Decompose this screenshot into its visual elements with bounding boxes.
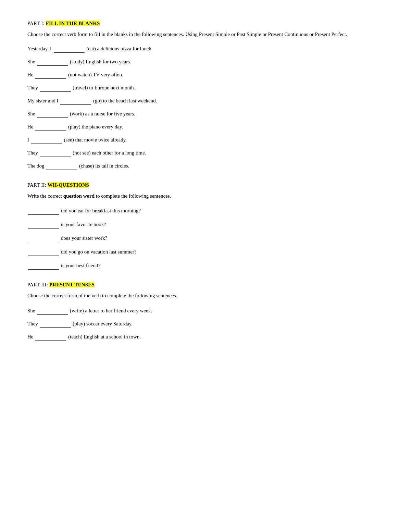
- list-item: does your sister work?: [27, 234, 384, 242]
- part2-instructions-post: to complete the following sentences.: [95, 193, 171, 199]
- part3-heading-prefix: PART III:: [27, 282, 49, 287]
- list-item: They (travel) to Europe next month.: [27, 84, 384, 92]
- list-item: He (teach) English at a school in town.: [27, 333, 384, 341]
- part2-instructions: Write the correct question word to compl…: [27, 192, 384, 200]
- list-item: My sister and I (go) to the beach last w…: [27, 97, 384, 105]
- part1-sentence-list: Yesterday, I (eat) a delicious pizza for…: [27, 45, 384, 170]
- part3-heading: PART III: PRESENT TENSES: [27, 282, 384, 288]
- blank: [31, 144, 62, 144]
- list-item: is your best friend?: [27, 261, 384, 270]
- blank: [46, 170, 77, 170]
- list-item: He (play) the piano every day.: [27, 123, 384, 131]
- list-item: They (not see) each other for a long tim…: [27, 149, 384, 157]
- part1-heading: PART I: FILL IN THE BLANKS: [27, 21, 384, 26]
- blank: [28, 228, 59, 228]
- blank: [28, 242, 59, 242]
- part1-heading-highlight: FILL IN THE BLANKS: [46, 21, 100, 26]
- part1-heading-prefix: PART I:: [27, 21, 46, 26]
- list-item: He (not watch) TV very often.: [27, 71, 384, 79]
- part2-sentence-list: did you eat for breakfast this morning? …: [27, 207, 384, 270]
- part1-section: PART I: FILL IN THE BLANKS Choose the co…: [27, 21, 384, 170]
- list-item: She (write) a letter to her friend every…: [27, 307, 384, 315]
- part2-heading-prefix: PART II:: [27, 182, 48, 188]
- list-item: did you eat for breakfast this morning?: [27, 207, 384, 215]
- part2-section: PART II: WH-QUESTIONS Write the correct …: [27, 182, 384, 270]
- blank: [37, 314, 68, 315]
- list-item: I (see) that movie twice already.: [27, 136, 384, 144]
- blank: [28, 214, 59, 215]
- list-item: She (work) as a nurse for five years.: [27, 110, 384, 118]
- list-item: Yesterday, I (eat) a delicious pizza for…: [27, 45, 384, 53]
- blank: [35, 341, 66, 341]
- blank: [35, 78, 66, 79]
- list-item: She (study) English for two years.: [27, 58, 384, 66]
- list-item: The dog (chase) its tail in circles.: [27, 162, 384, 170]
- part3-sentence-list: She (write) a letter to her friend every…: [27, 307, 384, 341]
- blank: [40, 157, 71, 157]
- blank: [54, 52, 85, 53]
- blank: [28, 269, 59, 270]
- blank: [60, 104, 91, 105]
- blank: [40, 327, 71, 328]
- blank: [37, 65, 68, 66]
- list-item: is your favorite book?: [27, 220, 384, 228]
- part3-heading-highlight: PRESENT TENSES: [49, 282, 95, 287]
- part3-instructions: Choose the correct form of the verb to c…: [27, 292, 384, 300]
- list-item: They (play) soccer every Saturday.: [27, 320, 384, 328]
- part2-heading: PART II: WH-QUESTIONS: [27, 182, 384, 188]
- part2-instructions-pre: Write the correct: [27, 193, 63, 199]
- blank: [37, 117, 68, 118]
- part1-instructions: Choose the correct verb form to fill in …: [27, 30, 384, 38]
- part2-heading-highlight: WH-QUESTIONS: [48, 182, 89, 188]
- part3-section: PART III: PRESENT TENSES Choose the corr…: [27, 282, 384, 341]
- blank: [40, 91, 71, 92]
- blank: [35, 131, 66, 131]
- list-item: did you go on vacation last summer?: [27, 248, 384, 256]
- part2-instructions-bold: question word: [63, 193, 95, 199]
- blank: [28, 256, 59, 256]
